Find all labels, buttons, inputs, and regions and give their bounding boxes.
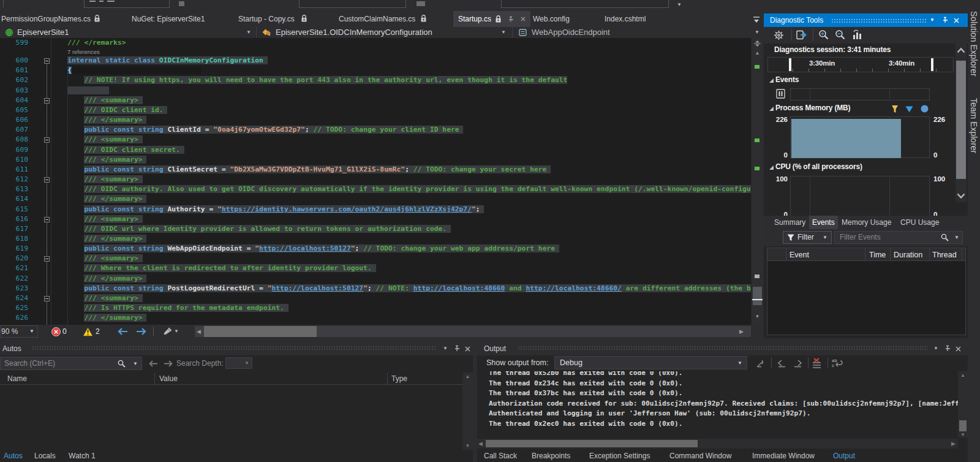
- code-line-624[interactable]: 624 /// <summary>: [0, 293, 751, 303]
- code-line-610[interactable]: 610 /// </summary>: [0, 155, 751, 165]
- pin-icon[interactable]: [944, 345, 951, 352]
- tab-autos[interactable]: Autos: [0, 451, 26, 462]
- tab-exception-settings[interactable]: Exception Settings: [589, 451, 650, 462]
- next-message-icon[interactable]: [793, 358, 804, 368]
- tab-summary[interactable]: Summary: [774, 216, 805, 229]
- collapse-icon[interactable]: [769, 78, 774, 83]
- autos-scrollbar[interactable]: ▲ ▼: [462, 373, 473, 450]
- window-position-icon[interactable]: ▼: [443, 342, 448, 355]
- reset-view-chart-icon[interactable]: [852, 29, 863, 40]
- scrollbar-thumb[interactable]: [956, 61, 966, 179]
- window-position-icon[interactable]: ▼: [933, 342, 938, 355]
- close-icon[interactable]: [955, 346, 962, 352]
- filter-events-input[interactable]: Filter Events ▼: [834, 231, 963, 244]
- search-back-icon[interactable]: [149, 360, 159, 367]
- previous-message-icon[interactable]: [776, 358, 786, 368]
- zoom-selector[interactable]: 90 % ▼: [0, 325, 38, 338]
- toolbar-combo-fragment-2[interactable]: [299, 0, 406, 8]
- column-value[interactable]: Value: [159, 374, 178, 383]
- output-horizontal-scrollbar[interactable]: ◀ ▶: [477, 439, 958, 449]
- memory-section-header[interactable]: Process Memory (MB): [775, 104, 850, 112]
- filter-button[interactable]: Filter ▼: [783, 231, 832, 244]
- pin-icon[interactable]: [454, 345, 461, 352]
- scroll-down-arrow[interactable]: ▼: [958, 432, 968, 437]
- events-table-body[interactable]: [767, 261, 966, 335]
- code-line-618[interactable]: 618 /// </summary>: [0, 234, 751, 244]
- code-line-607[interactable]: 607 public const string ClientId = "0oa4…: [0, 125, 751, 135]
- tab-startup-copy[interactable]: Startup - Copy.cs: [238, 12, 295, 27]
- tab-breakpoints[interactable]: Breakpoints: [532, 451, 570, 462]
- editor-vertical-scrollbar[interactable]: ▲ ▼: [751, 38, 763, 325]
- tab-locals[interactable]: Locals: [34, 451, 56, 462]
- scroll-up-chevron[interactable]: [957, 47, 965, 53]
- scroll-down-chevron[interactable]: [957, 193, 965, 199]
- tab-memory-usage[interactable]: Memory Usage: [842, 216, 891, 229]
- tab-webconfig[interactable]: Web.config: [533, 12, 570, 27]
- close-icon[interactable]: [464, 346, 471, 352]
- chevron-down-icon[interactable]: ▼: [954, 232, 959, 243]
- tab-nuget[interactable]: NuGet: EpiserverSite1: [132, 12, 205, 27]
- scroll-left-arrow[interactable]: ◀: [478, 439, 483, 449]
- toolbar-combo-fragment-1[interactable]: [84, 0, 170, 8]
- events-section-header[interactable]: Events: [775, 75, 799, 84]
- code-line-605[interactable]: 605 /// OIDC client id.: [0, 105, 751, 115]
- fold-marker[interactable]: [44, 177, 50, 183]
- tab-events[interactable]: Events: [809, 216, 838, 229]
- code-line-625[interactable]: 625 /// Is HTTPS required for the metada…: [0, 303, 751, 313]
- collapse-icon[interactable]: [769, 165, 774, 170]
- code-line-606[interactable]: 606 /// </summary>: [0, 115, 751, 125]
- output-titlebar[interactable]: Output ▼: [477, 341, 968, 355]
- pin-icon[interactable]: [508, 16, 514, 23]
- column-thread[interactable]: Thread: [932, 248, 957, 262]
- window-position-icon[interactable]: ▼: [930, 13, 935, 27]
- nav-project-dropdown[interactable]: EpiserverSite1 ▼: [0, 27, 257, 38]
- warning-count[interactable]: 2: [96, 325, 100, 338]
- editor-horizontal-scrollbar[interactable]: ◀ ▶: [195, 326, 751, 337]
- scrollbar-thumb[interactable]: [486, 440, 698, 447]
- fold-marker[interactable]: [44, 98, 50, 104]
- tab-startup-active[interactable]: Startup.cs: [453, 11, 530, 27]
- code-line-612[interactable]: 612 /// <summary>: [0, 175, 751, 184]
- column-time[interactable]: Time: [869, 248, 886, 262]
- autos-titlebar[interactable]: Autos ▼: [0, 341, 473, 355]
- code-line-602[interactable]: 602 // NOTE! If using https, you will ne…: [0, 75, 751, 85]
- scrollbar-thumb[interactable]: [959, 420, 967, 431]
- code-line-620[interactable]: 620 /// <summary>: [0, 254, 751, 263]
- search-icon[interactable]: [941, 233, 949, 241]
- scrollbar-thumb[interactable]: [204, 326, 317, 337]
- tab-watch1[interactable]: Watch 1: [69, 451, 96, 462]
- close-icon[interactable]: [953, 17, 960, 24]
- timeline-ruler[interactable]: 3:30min 3:40min: [767, 57, 954, 72]
- output-vertical-scrollbar[interactable]: ▲ ▼: [958, 371, 968, 437]
- column-name[interactable]: Name: [7, 374, 27, 383]
- code-line-619[interactable]: 619 public const string WebAppOidcEndpoi…: [0, 244, 751, 254]
- codelens-references[interactable]: 7 references: [0, 48, 751, 56]
- code-line-599[interactable]: 599 /// </remarks>: [0, 38, 751, 48]
- code-line-622[interactable]: 622 /// </summary>: [0, 274, 751, 284]
- scroll-up-arrow[interactable]: ▲: [462, 374, 473, 379]
- chevron-down-icon[interactable]: ▼: [174, 325, 179, 338]
- tab-list-dropdown-icon[interactable]: [752, 17, 761, 23]
- zoom-out-icon[interactable]: [835, 29, 846, 40]
- code-line-600[interactable]: 600 internal static class OIDCInMemoryCo…: [0, 56, 751, 66]
- chevron-down-icon[interactable]: ▼: [133, 357, 138, 371]
- close-icon[interactable]: [520, 16, 526, 22]
- tab-output[interactable]: Output: [829, 451, 859, 462]
- tab-call-stack[interactable]: Call Stack: [484, 451, 517, 462]
- code-editor[interactable]: 599 /// </remarks>7 references600 intern…: [0, 38, 751, 325]
- scroll-right-arrow[interactable]: ▶: [951, 439, 956, 449]
- search-icon[interactable]: [118, 360, 126, 368]
- goto-source-icon[interactable]: [756, 358, 766, 368]
- column-duration[interactable]: Duration: [894, 248, 922, 262]
- events-track-icon[interactable]: [776, 89, 785, 99]
- autos-grid-body[interactable]: [0, 385, 462, 450]
- code-line-617[interactable]: 617 /// OIDC url where Identity provider…: [0, 224, 751, 234]
- brush-icon[interactable]: [162, 327, 172, 336]
- code-line-615[interactable]: 615 public const string Authority = "htt…: [0, 205, 751, 214]
- cpu-section-header[interactable]: CPU (% of all processors): [775, 162, 862, 171]
- error-count[interactable]: 0: [62, 325, 67, 338]
- tab-indexcshtml[interactable]: Index.cshtml: [605, 12, 646, 27]
- fold-marker[interactable]: [44, 256, 50, 262]
- toolbar-dropdown-arrow[interactable]: ▼: [677, 2, 682, 7]
- scroll-down-arrow[interactable]: ▼: [462, 443, 473, 449]
